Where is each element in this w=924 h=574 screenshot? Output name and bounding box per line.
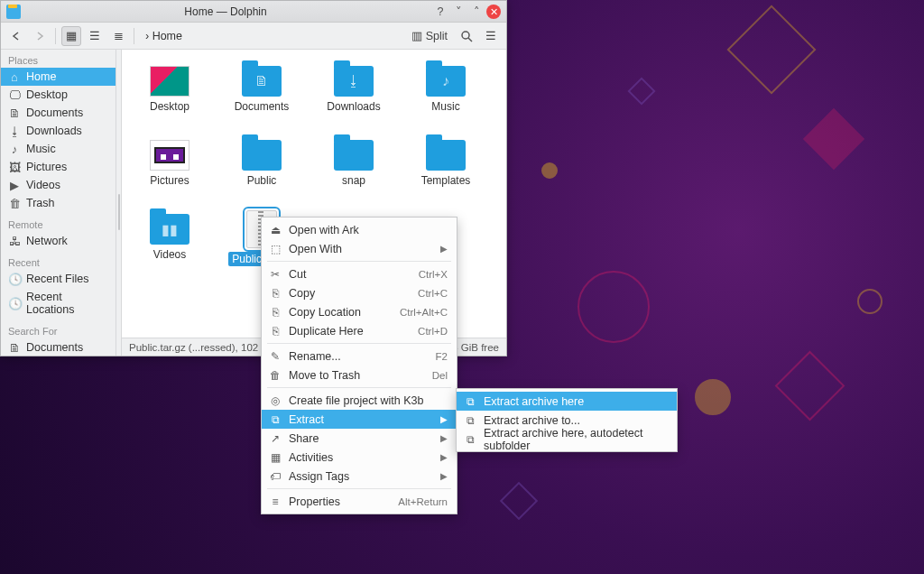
submenu-arrow-icon: ▶ (440, 452, 448, 462)
app-icon (6, 5, 21, 19)
menu-item[interactable]: 🏷Assign Tags▶ (262, 467, 457, 486)
menu-item-icon: ⧉ (464, 433, 476, 446)
file-item[interactable]: ♪Music (400, 60, 492, 133)
menu-item[interactable]: ≡PropertiesAlt+Return (262, 492, 457, 511)
sidebar-item-trash[interactable]: 🗑Trash (1, 194, 116, 212)
menu-item-label: Extract archive to... (484, 414, 668, 427)
menu-item[interactable]: ⏏Open with Ark (262, 220, 457, 239)
file-label: Music (431, 100, 459, 113)
menu-item[interactable]: ✂CutCtrl+X (262, 264, 457, 283)
breadcrumb[interactable]: › Home (140, 30, 188, 42)
menu-item[interactable]: ⎘CopyCtrl+C (262, 283, 457, 302)
maximize-button[interactable]: ˄ (468, 4, 485, 20)
menu-item[interactable]: 🗑Move to TrashDel (262, 366, 457, 384)
folder-icon (242, 140, 282, 171)
menu-item[interactable]: ⎘Duplicate HereCtrl+D (262, 321, 457, 340)
compact-view-button[interactable]: ☰ (85, 26, 105, 46)
menu-item-icon: ⎘ (269, 325, 282, 338)
network-icon: 🖧 (8, 235, 21, 247)
status-selected-text: Public.tar.gz (...ressed), 102 B) (129, 342, 272, 353)
sidebar-item-videos[interactable]: ▶Videos (1, 176, 116, 194)
submenu-arrow-icon: ▶ (440, 433, 448, 443)
menu-item-shortcut: Alt+Return (398, 496, 448, 507)
menu-item-label: Move to Trash (289, 369, 425, 382)
close-button[interactable]: ✕ (486, 5, 501, 19)
menu-item-icon: ⎘ (269, 306, 282, 319)
file-label: Public (247, 174, 277, 187)
trash-icon: 🗑 (8, 197, 21, 209)
music-icon: ♪ (8, 143, 21, 155)
menu-item-label: Share (289, 432, 433, 445)
file-item[interactable]: 🗎Documents (216, 60, 308, 133)
menu-item[interactable]: ⧉Extract archive here (457, 392, 677, 411)
sidebar-item-pictures[interactable]: 🖼Pictures (1, 158, 116, 176)
hamburger-button[interactable]: ☰ (481, 26, 501, 46)
icon-view-button[interactable]: ▦ (61, 26, 81, 46)
file-label: Templates (421, 174, 471, 187)
file-item[interactable]: snap (308, 134, 400, 207)
menu-item[interactable]: ✎Rename...F2 (262, 347, 457, 366)
menu-item-shortcut: Ctrl+Alt+C (400, 307, 448, 318)
search-button[interactable] (456, 26, 477, 46)
menu-item[interactable]: ◎Create file project with K3b (262, 391, 457, 410)
menu-item-label: Duplicate Here (289, 325, 411, 338)
menu-item[interactable]: ⎘Copy LocationCtrl+Alt+C (262, 302, 457, 321)
back-button[interactable] (6, 26, 26, 46)
file-label: Downloads (327, 100, 380, 113)
sidebar-item-network[interactable]: 🖧Network (1, 232, 116, 250)
breadcrumb-home[interactable]: Home (152, 30, 182, 42)
minimize-button[interactable]: ˅ (450, 4, 467, 20)
folder-icon: ♪ (426, 66, 466, 97)
search-for-header: Search For (1, 324, 116, 338)
folder-icon (426, 140, 466, 171)
file-label: Pictures (150, 174, 189, 187)
menu-item-icon: 🗑 (269, 369, 282, 382)
sidebar-item-home[interactable]: ⌂Home (1, 68, 116, 86)
sidebar-item-downloads[interactable]: ⭳Downloads (1, 122, 116, 140)
desktop-thumb-icon (150, 66, 189, 97)
sidebar-item-desktop[interactable]: 🖵Desktop (1, 86, 116, 104)
extract-submenu: ⧉Extract archive here⧉Extract archive to… (456, 388, 678, 452)
sidebar-item-documents[interactable]: 🗎Documents (1, 104, 116, 122)
details-view-button[interactable]: ≣ (108, 26, 128, 46)
forward-button[interactable] (30, 26, 50, 46)
folder-icon: ▮▮ (150, 214, 189, 245)
menu-item-shortcut: Ctrl+C (418, 288, 448, 299)
menu-item-icon: ⧉ (269, 413, 282, 426)
file-label: Documents (235, 100, 290, 113)
menu-item-label: Extract archive here (484, 395, 668, 408)
menu-item-shortcut: Ctrl+D (418, 326, 448, 337)
menu-item-icon: ⧉ (464, 414, 476, 427)
submenu-arrow-icon: ▶ (440, 414, 448, 424)
menu-item[interactable]: ⧉Extract▶ (262, 410, 457, 429)
menu-item[interactable]: ⧉Extract archive here, autodetect subfol… (457, 430, 677, 449)
menu-item-label: Cut (289, 268, 411, 281)
split-button[interactable]: ▥ Split (407, 26, 452, 46)
menu-item-icon: ⬚ (269, 243, 282, 255)
submenu-arrow-icon: ▶ (440, 244, 448, 254)
svg-point-0 (462, 32, 469, 39)
context-menu: ⏏Open with Ark⬚Open With▶✂CutCtrl+X⎘Copy… (261, 217, 457, 514)
sidebar-item-search-documents[interactable]: 🗎Documents (1, 338, 116, 356)
folder-icon (334, 140, 374, 171)
sidebar-item-recent-locations[interactable]: 🕓Recent Locations (1, 288, 116, 319)
file-item[interactable]: Desktop (124, 60, 216, 133)
folder-icon: 🗎 (242, 66, 282, 97)
sidebar-item-music[interactable]: ♪Music (1, 140, 116, 158)
desktop-icon: 🖵 (8, 88, 21, 101)
sidebar-item-recent-files[interactable]: 🕓Recent Files (1, 270, 116, 288)
file-item[interactable]: Pictures (124, 134, 216, 207)
help-button[interactable]: ? (432, 4, 448, 20)
menu-item[interactable]: ↗Share▶ (262, 429, 457, 448)
menu-item-icon: ↗ (269, 432, 282, 445)
menu-item-label: Open with Ark (289, 224, 448, 236)
file-item[interactable]: ▮▮Videos (124, 208, 216, 281)
menu-item[interactable]: ▦Activities▶ (262, 448, 457, 467)
menu-item[interactable]: ⬚Open With▶ (262, 239, 457, 258)
menu-item-icon: ≡ (269, 495, 282, 508)
menu-item-label: Activities (289, 451, 433, 464)
file-item[interactable]: Public (216, 134, 308, 207)
file-item[interactable]: Templates (400, 134, 492, 207)
file-item[interactable]: ⭳Downloads (308, 60, 400, 133)
titlebar: Home — Dolphin ? ˅ ˄ ✕ (1, 1, 506, 23)
